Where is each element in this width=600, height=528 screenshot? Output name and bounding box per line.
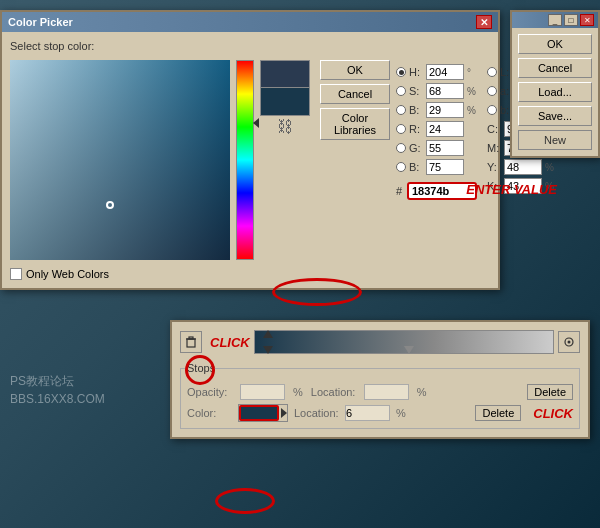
color-location-label: Location: [294,407,339,419]
gradient-bar-row: CLICK [180,330,580,354]
gradient-editor-body: CLICK Stops Opacity: [172,322,588,437]
maximize-button[interactable]: □ [564,14,578,26]
field-row-y: Y: % [487,159,555,175]
label-y: Y: [487,161,501,173]
radio-bchannel[interactable] [396,162,406,172]
color-square[interactable] [10,60,230,260]
color-swatch [239,405,279,421]
opacity-location-label: Location: [311,386,356,398]
close-button[interactable]: ✕ [476,15,492,29]
radio-r[interactable] [396,124,406,134]
enter-value-label: ENTER VALUE [466,182,557,197]
chain-icon: ⛓ [277,118,293,136]
input-r[interactable] [426,121,464,137]
picker-main-row: ⛓ OK Cancel Color Libraries H: ° [10,60,490,260]
label-g: G: [409,142,423,154]
opacity-location-input[interactable] [364,384,409,400]
right-ok-button[interactable]: OK [518,34,592,54]
preview-area: ⛓ [260,60,310,136]
color-swatch-container[interactable] [238,404,288,422]
dialog-body: Select stop color: ⛓ OK [2,32,498,288]
color-delete-button[interactable]: Delete [475,405,521,421]
opacity-input[interactable] [240,384,285,400]
dialog-titlebar: Color Picker ✕ [2,12,498,32]
input-y[interactable] [504,159,542,175]
trash-icon [184,335,198,349]
color-libraries-button[interactable]: Color Libraries [320,108,390,140]
input-h[interactable] [426,64,464,80]
svg-point-4 [568,341,571,344]
right-panel-body: OK Cancel Load... Save... New [512,28,598,156]
color-swatch-arrow [281,408,287,418]
dialog-buttons: OK Cancel Color Libraries [320,60,390,140]
radio-blab[interactable] [487,105,497,115]
new-badge: New [518,130,592,150]
close-right-button[interactable]: ✕ [580,14,594,26]
label-b: B: [409,104,423,116]
right-titlebar: _ □ ✕ [512,12,598,28]
radio-g[interactable] [396,143,406,153]
radio-a[interactable] [487,86,497,96]
color-picker-dialog: Color Picker ✕ Select stop color: ⛓ [0,10,500,290]
right-load-button[interactable]: Load... [518,82,592,102]
new-label: New [544,134,566,146]
hue-arrow [253,118,259,128]
gradient-right-icon[interactable] [558,331,580,353]
unit-b: % [467,105,476,116]
unit-h: ° [467,67,471,78]
svg-rect-0 [187,339,195,347]
input-s[interactable] [426,83,464,99]
right-cancel-button[interactable]: Cancel [518,58,592,78]
opacity-label: Opacity: [187,386,232,398]
color-cursor [106,201,114,209]
input-g[interactable] [426,140,464,156]
minimize-button[interactable]: _ [548,14,562,26]
color-label: Color: [187,407,232,419]
field-row-s: S: % [396,83,477,99]
ok-button[interactable]: OK [320,60,390,80]
color-location-unit: % [396,407,406,419]
opacity-marker-1[interactable] [263,330,273,338]
opacity-stop-row: Opacity: % Location: % Delete [187,384,573,400]
field-row-bchannel: B: [396,159,477,175]
input-bchannel[interactable] [426,159,464,175]
radio-s[interactable] [396,86,406,96]
radio-h[interactable] [396,67,406,77]
unit-y: % [545,162,554,173]
radio-b[interactable] [396,105,406,115]
radio-l[interactable] [487,67,497,77]
gradient-preview-bar[interactable] [254,330,554,354]
settings-icon [562,335,576,349]
stop-marker-2[interactable] [404,346,414,354]
input-b[interactable] [426,102,464,118]
field-row-g: G: [396,140,477,156]
opacity-location-unit: % [417,386,427,398]
gradient-left-icon[interactable] [180,331,202,353]
unit-s: % [467,86,476,97]
field-row-b: B: % [396,102,477,118]
label-h: H: [409,66,423,78]
color-location-input[interactable] [345,405,390,421]
click-label-2: CLICK [533,406,573,421]
label-r: R: [409,123,423,135]
hue-slider[interactable] [236,60,254,260]
opacity-delete-button[interactable]: Delete [527,384,573,400]
hex-label: # [396,185,404,197]
label-c: C: [487,123,501,135]
right-panel-window: _ □ ✕ OK Cancel Load... Save... New [510,10,600,158]
preview-new-color [260,60,310,88]
hex-row: # ENTER VALUE [396,182,477,200]
select-stop-label: Select stop color: [10,40,490,52]
stops-legend: Stops [187,362,215,374]
right-save-button[interactable]: Save... [518,106,592,126]
color-overlay [10,60,230,260]
opacity-unit: % [293,386,303,398]
dialog-title: Color Picker [8,16,73,28]
stops-section: Stops Opacity: % Location: % Delete Colo… [180,362,580,429]
preview-current-color [260,88,310,116]
web-colors-checkbox[interactable] [10,268,22,280]
watermark: PS教程论坛 BBS.16XX8.COM [10,372,105,408]
stop-marker-1[interactable] [263,346,273,354]
label-s: S: [409,85,423,97]
cancel-button[interactable]: Cancel [320,84,390,104]
